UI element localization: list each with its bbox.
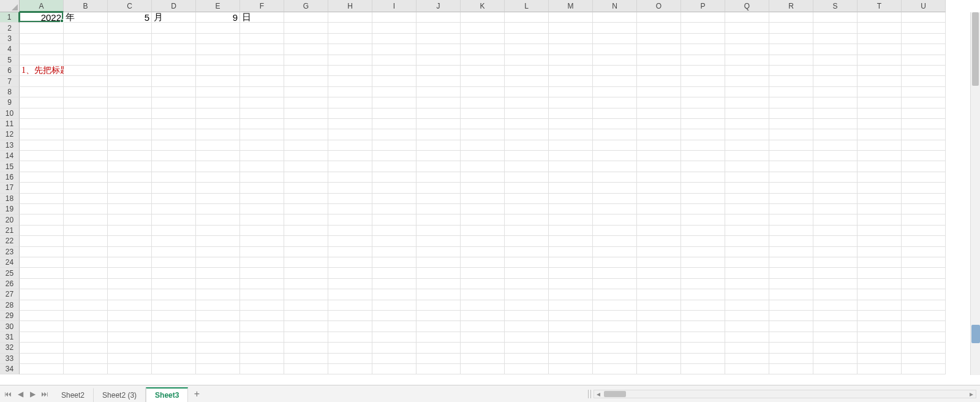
cell-B22[interactable] (64, 236, 108, 246)
cell-E14[interactable] (196, 151, 240, 161)
cell-M12[interactable] (549, 129, 593, 140)
cell-R15[interactable] (769, 161, 813, 172)
cell-H24[interactable] (328, 257, 372, 268)
cell-C13[interactable] (108, 140, 152, 151)
cell-G32[interactable] (284, 343, 328, 353)
cell-N7[interactable] (593, 76, 637, 86)
cell-E32[interactable] (196, 343, 240, 353)
cell-L26[interactable] (505, 279, 549, 289)
cell-D10[interactable] (152, 108, 196, 119)
cell-M9[interactable] (549, 97, 593, 108)
cell-O14[interactable] (637, 151, 681, 161)
cell-R9[interactable] (769, 97, 813, 108)
cell-grid[interactable]: 2022年5月9日1、先把标题年、月、日写好，然后分别利用year(today(… (20, 12, 946, 375)
cell-F8[interactable] (240, 87, 284, 97)
cell-R14[interactable] (769, 151, 813, 161)
cell-P18[interactable] (681, 194, 725, 204)
cell-C1[interactable]: 5 (108, 12, 152, 23)
cell-R22[interactable] (769, 236, 813, 246)
cell-J31[interactable] (417, 332, 461, 343)
cell-F22[interactable] (240, 236, 284, 246)
cell-U9[interactable] (902, 97, 946, 108)
cell-B4[interactable] (64, 44, 108, 55)
cell-F5[interactable] (240, 55, 284, 66)
cell-F19[interactable] (240, 204, 284, 214)
cell-S14[interactable] (813, 151, 858, 161)
cell-O11[interactable] (637, 119, 681, 129)
cell-P29[interactable] (681, 311, 725, 321)
cell-F34[interactable] (240, 364, 284, 374)
cell-C27[interactable] (108, 289, 152, 300)
cell-K5[interactable] (461, 55, 505, 66)
cell-I9[interactable] (372, 97, 417, 108)
cell-L34[interactable] (505, 364, 549, 374)
cell-A29[interactable] (20, 311, 64, 321)
cell-L22[interactable] (505, 236, 549, 246)
cell-F2[interactable] (240, 23, 284, 33)
cell-A17[interactable] (20, 183, 64, 193)
cell-I26[interactable] (372, 279, 417, 289)
cell-U18[interactable] (902, 194, 946, 204)
cell-R19[interactable] (769, 204, 813, 214)
cell-O22[interactable] (637, 236, 681, 246)
cell-G30[interactable] (284, 321, 328, 332)
cell-I20[interactable] (372, 214, 417, 225)
cell-C28[interactable] (108, 300, 152, 311)
cell-G1[interactable] (284, 12, 328, 23)
cell-G14[interactable] (284, 151, 328, 161)
cell-G3[interactable] (284, 34, 328, 44)
cell-D18[interactable] (152, 194, 196, 204)
cell-H1[interactable] (328, 12, 372, 23)
cell-A14[interactable] (20, 151, 64, 161)
cell-G19[interactable] (284, 204, 328, 214)
cell-O23[interactable] (637, 247, 681, 257)
cell-E10[interactable] (196, 108, 240, 119)
cell-I15[interactable] (372, 161, 417, 172)
cell-T4[interactable] (858, 44, 902, 55)
column-header-C[interactable]: C (108, 0, 152, 12)
cell-U11[interactable] (902, 119, 946, 129)
row-header-22[interactable]: 22 (0, 236, 20, 246)
cell-D13[interactable] (152, 140, 196, 151)
cell-J22[interactable] (417, 236, 461, 246)
cell-A6[interactable]: 1、先把标题年、月、日写好，然后分别利用year(today()),month(… (20, 66, 64, 76)
cell-N20[interactable] (593, 214, 637, 225)
cell-K12[interactable] (461, 129, 505, 140)
cell-E25[interactable] (196, 268, 240, 278)
cell-N30[interactable] (593, 321, 637, 332)
cell-M20[interactable] (549, 214, 593, 225)
cell-S10[interactable] (813, 108, 858, 119)
row-header-30[interactable]: 30 (0, 321, 20, 332)
column-header-A[interactable]: A (20, 0, 64, 12)
cell-T3[interactable] (858, 34, 902, 44)
cell-D29[interactable] (152, 311, 196, 321)
cell-L2[interactable] (505, 23, 549, 33)
cell-I7[interactable] (372, 76, 417, 86)
cell-E18[interactable] (196, 194, 240, 204)
row-header-11[interactable]: 11 (0, 119, 20, 129)
cell-L24[interactable] (505, 257, 549, 268)
cell-K7[interactable] (461, 76, 505, 86)
tab-nav-first[interactable]: ⏮ (4, 390, 12, 398)
cell-L25[interactable] (505, 268, 549, 278)
cell-K29[interactable] (461, 311, 505, 321)
cell-P11[interactable] (681, 119, 725, 129)
cell-L30[interactable] (505, 321, 549, 332)
cell-E13[interactable] (196, 140, 240, 151)
cell-P1[interactable] (681, 12, 725, 23)
cell-F24[interactable] (240, 257, 284, 268)
row-header-10[interactable]: 10 (0, 108, 20, 119)
cell-J17[interactable] (417, 183, 461, 193)
cell-I19[interactable] (372, 204, 417, 214)
select-all-corner[interactable] (0, 0, 20, 12)
cell-L19[interactable] (505, 204, 549, 214)
cell-N17[interactable] (593, 183, 637, 193)
cell-D4[interactable] (152, 44, 196, 55)
cell-A21[interactable] (20, 226, 64, 236)
cell-U25[interactable] (902, 268, 946, 278)
cell-E3[interactable] (196, 34, 240, 44)
cell-O15[interactable] (637, 161, 681, 172)
cell-T11[interactable] (858, 119, 902, 129)
cell-P25[interactable] (681, 268, 725, 278)
cell-K6[interactable] (461, 66, 505, 76)
